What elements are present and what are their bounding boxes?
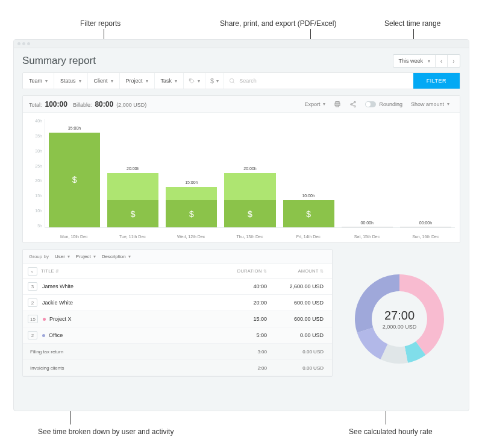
bar-column: 15:00h$ bbox=[162, 119, 221, 227]
time-range-select[interactable]: This week▾ bbox=[393, 55, 436, 67]
chart-card: Total: 100:00 Billable: 80:00 (2,000 USD… bbox=[22, 95, 460, 243]
row-duration: 5:00 bbox=[213, 332, 267, 338]
project-color-dot bbox=[42, 334, 45, 337]
annotation-share: Share, print, and export (PDF/Excel) bbox=[220, 19, 336, 28]
group-by-user[interactable]: User▾ bbox=[55, 254, 70, 259]
sort-icon: ⇵ bbox=[55, 269, 59, 273]
row-amount: 600.00 USD bbox=[267, 300, 327, 306]
chart-toolbar: Total: 100:00 Billable: 80:00 (2,000 USD… bbox=[23, 96, 460, 113]
svg-line-10 bbox=[352, 104, 354, 106]
row-amount: 600.00 USD bbox=[267, 316, 327, 322]
donut-total-time: 27:00 bbox=[384, 309, 415, 323]
dollar-icon: $ bbox=[210, 77, 214, 84]
row-duration: 15:00 bbox=[213, 316, 267, 322]
rounding-toggle[interactable]: Rounding bbox=[361, 101, 407, 107]
export-dropdown[interactable]: Export▾ bbox=[300, 101, 330, 107]
donut-card: 27:00 2,000.00 USD bbox=[339, 249, 460, 377]
row-amount: 0.00 USD bbox=[267, 332, 327, 338]
svg-point-0 bbox=[190, 79, 191, 80]
time-range-next[interactable]: › bbox=[448, 55, 460, 67]
row-title: Invoicing clients bbox=[30, 365, 213, 371]
show-amount-dropdown[interactable]: Show amount▾ bbox=[407, 101, 454, 107]
table-row[interactable]: 15Project X15:00600.00 USD bbox=[23, 311, 332, 327]
bar-column: 00:00h bbox=[396, 119, 455, 227]
table-row[interactable]: 3James White40:002,600.00 USD bbox=[23, 279, 332, 295]
donut-total-amount: 2,000.00 USD bbox=[383, 324, 417, 330]
expand-all-button[interactable]: ⌄ bbox=[28, 267, 37, 276]
row-duration: 20:00 bbox=[213, 300, 267, 306]
expand-badge[interactable]: 3 bbox=[28, 282, 37, 291]
filter-project[interactable]: Project▾ bbox=[120, 73, 155, 89]
search-input[interactable]: Search bbox=[224, 78, 413, 84]
search-icon bbox=[229, 78, 236, 84]
row-duration: 3:00 bbox=[213, 349, 267, 355]
row-title: Jackie White bbox=[42, 300, 213, 306]
time-range-picker[interactable]: This week▾ ‹ › bbox=[393, 54, 460, 68]
group-by-project[interactable]: Project▾ bbox=[76, 254, 96, 259]
window-titlebar bbox=[14, 40, 469, 48]
col-title[interactable]: TITLE⇵ bbox=[41, 268, 213, 274]
svg-line-9 bbox=[352, 103, 354, 104]
bar-column: 20:00h$ bbox=[221, 119, 279, 227]
bar-column: 00:00h bbox=[338, 119, 396, 227]
annotation-filter: Filter reports bbox=[80, 19, 120, 28]
breakdown-table: Group by User▾ Project▾ Description▾ ⌄ T… bbox=[22, 249, 333, 377]
row-amount: 2,600.00 USD bbox=[267, 283, 327, 289]
table-row[interactable]: Invoicing clients2:000.00 USD bbox=[23, 360, 332, 376]
filter-team[interactable]: Team▾ bbox=[23, 73, 54, 89]
totals: Total: 100:00 Billable: 80:00 (2,000 USD… bbox=[29, 100, 146, 109]
row-amount: 0.00 USD bbox=[267, 349, 327, 355]
bar-column: 10:00h$ bbox=[280, 119, 338, 227]
app-window: Summary report This week▾ ‹ › Team▾ Stat… bbox=[13, 39, 469, 411]
row-title: James White bbox=[42, 283, 213, 289]
row-title: Office bbox=[49, 332, 213, 338]
svg-point-1 bbox=[230, 78, 234, 82]
project-color-dot bbox=[43, 318, 46, 321]
row-duration: 2:00 bbox=[213, 365, 267, 371]
col-duration[interactable]: DURATION⇅ bbox=[213, 268, 267, 274]
group-by-bar: Group by User▾ Project▾ Description▾ bbox=[23, 250, 332, 264]
annotation-breakdown: See time broken down by user and activit… bbox=[38, 427, 174, 436]
table-header: ⌄ TITLE⇵ DURATION⇅ AMOUNT⇅ bbox=[23, 264, 332, 279]
filter-bar: Team▾ Status▾ Client▾ Project▾ Task▾ ▾ $… bbox=[22, 72, 460, 89]
filter-client[interactable]: Client▾ bbox=[88, 73, 120, 89]
table-row[interactable]: Filing tax return3:000.00 USD bbox=[23, 344, 332, 360]
printer-icon bbox=[334, 101, 341, 108]
expand-badge[interactable]: 2 bbox=[28, 298, 37, 307]
share-icon bbox=[349, 101, 357, 108]
chevron-down-icon: ▾ bbox=[428, 58, 430, 64]
bar-column: 20:00h$ bbox=[104, 119, 162, 227]
annotation-rate: See calculated hourly rate bbox=[349, 427, 433, 436]
row-amount: 0.00 USD bbox=[267, 365, 327, 371]
annotation-time: Select time range bbox=[384, 19, 440, 28]
filter-status[interactable]: Status▾ bbox=[54, 73, 88, 89]
svg-line-2 bbox=[233, 81, 234, 83]
col-amount[interactable]: AMOUNT⇅ bbox=[267, 268, 327, 274]
share-button[interactable] bbox=[345, 101, 361, 108]
bar-chart: 40h35h30h25h20h15h10h5h 35:00h$20:00h$15… bbox=[23, 113, 460, 242]
row-title: Project X bbox=[49, 316, 213, 322]
page-title: Summary report bbox=[22, 55, 96, 67]
group-by-description[interactable]: Description▾ bbox=[102, 254, 131, 259]
bar-column: 35:00h$ bbox=[45, 119, 104, 227]
row-title: Filing tax return bbox=[30, 349, 213, 355]
row-duration: 40:00 bbox=[213, 283, 267, 289]
time-range-prev[interactable]: ‹ bbox=[436, 55, 448, 67]
filter-button[interactable]: FILTER bbox=[413, 73, 460, 89]
filter-task[interactable]: Task▾ bbox=[155, 73, 184, 89]
print-button[interactable] bbox=[330, 101, 345, 108]
expand-badge[interactable]: 2 bbox=[28, 331, 37, 339]
table-row[interactable]: 2Office5:000.00 USD bbox=[23, 327, 332, 344]
filter-tag[interactable]: ▾ bbox=[184, 73, 205, 89]
tag-icon bbox=[189, 78, 195, 84]
table-row[interactable]: 2Jackie White20:00600.00 USD bbox=[23, 295, 332, 311]
toggle-icon bbox=[365, 101, 376, 107]
expand-badge[interactable]: 15 bbox=[28, 315, 38, 323]
filter-billable[interactable]: $▾ bbox=[205, 73, 224, 89]
